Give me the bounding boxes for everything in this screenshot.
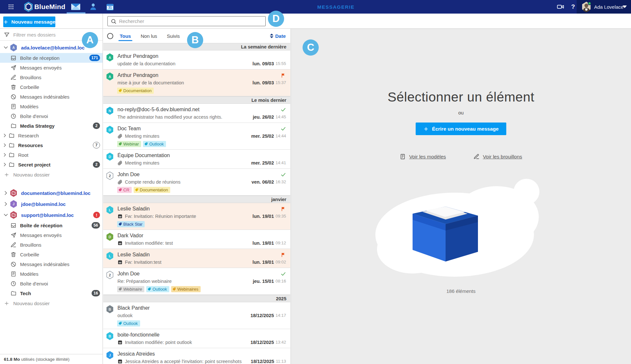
chevron-right-icon[interactable]: [3, 190, 9, 196]
message-sender: Dark Vador: [117, 233, 286, 239]
sidebar-account-jdoe[interactable]: Jjdoe@bluemind.loc: [0, 198, 103, 209]
message-subject: Jessica Atreides a accepté l'invitation:…: [125, 359, 248, 364]
sidebar-item-messages-envoy-s[interactable]: Messages envoyés: [0, 230, 103, 240]
message-subject: Invitation modifiée: test: [125, 241, 249, 246]
sidebar-item-research[interactable]: Research: [0, 131, 103, 140]
sidebar-account-documentation[interactable]: documentation@bluemind.loc: [0, 187, 103, 198]
chevron-down-icon[interactable]: [3, 44, 9, 51]
tab-non-lus[interactable]: Non lus: [140, 30, 158, 42]
message-row[interactable]: JJessica AtreidesJessica Atreides a acce…: [103, 348, 290, 364]
sidebar-item-mod-les[interactable]: Modèles: [0, 102, 103, 111]
message-row[interactable]: AArthur Pendragonupdate de la documentat…: [103, 50, 290, 70]
search-toolbar: [103, 14, 631, 28]
user-avatar[interactable]: [580, 0, 592, 14]
message-row[interactable]: DDark VadorInvitation modifiée: testlun.…: [103, 230, 290, 249]
sidebar-item-resources[interactable]: Resources7: [0, 140, 103, 150]
tab-tous[interactable]: Tous: [119, 30, 132, 42]
contacts-app-icon[interactable]: [87, 0, 100, 14]
account-label: jdoe@bluemind.loc: [21, 201, 100, 207]
sidebar-item-corbeille[interactable]: Corbeille: [0, 250, 103, 259]
user-menu-caret-icon[interactable]: [621, 0, 628, 14]
tab-suivis[interactable]: Suivis: [166, 30, 181, 42]
tag-chip[interactable]: Webinaires: [171, 286, 201, 292]
help-icon[interactable]: ?: [568, 0, 578, 14]
new-folder-button[interactable]: Nouveau dossier: [0, 169, 103, 180]
storage-indicator: 61.8 Mo utilisés (stockage illimité): [0, 354, 103, 364]
view-drafts-link[interactable]: Voir les brouillons: [473, 154, 522, 160]
sort-icon: [270, 34, 273, 38]
tag-chip[interactable]: Outlook: [117, 320, 140, 327]
folder-icon: [8, 152, 15, 158]
calendar-app-icon[interactable]: 31: [104, 0, 116, 14]
svg-text:2: 2: [109, 273, 111, 277]
chevron-right-icon[interactable]: [2, 162, 8, 167]
sidebar-item-bo-te-d-envoi[interactable]: Boîte d'envoi: [0, 279, 103, 288]
sidebar-item-brouillons[interactable]: Brouillons: [0, 240, 103, 250]
folder-label: Root: [18, 152, 100, 158]
sidebar-item-secret-project[interactable]: Secret project2: [0, 160, 103, 169]
tag-chip[interactable]: Black Star: [117, 221, 145, 227]
chevron-right-icon[interactable]: [2, 142, 8, 148]
message-row[interactable]: LLeslie SaladinFw: Invitation: Réunion i…: [103, 203, 290, 230]
message-row[interactable]: AArthur Pendragonmise à jour de la docum…: [103, 70, 290, 96]
compose-button[interactable]: Écrire un nouveau message: [415, 123, 506, 135]
tag-chip[interactable]: CR: [117, 187, 132, 193]
check-icon: [281, 271, 286, 277]
sidebar-item-messages-ind-sirables[interactable]: Messages indésirables: [0, 259, 103, 269]
bluemind-logo-icon[interactable]: [23, 0, 34, 14]
plus-icon: [4, 172, 9, 177]
chevron-right-icon[interactable]: [2, 133, 8, 138]
sort-button[interactable]: Date: [270, 33, 286, 39]
sidebar-item-bo-te-d-envoi[interactable]: Boîte d'envoi: [0, 111, 103, 121]
storage-detail: utilisés (stockage illimité): [21, 357, 70, 362]
message-row[interactable]: BBlack Pantheroutlook18/12/202514:17Outl…: [103, 302, 290, 329]
sidebar-item-messages-ind-sirables[interactable]: Messages indésirables: [0, 92, 103, 102]
folder-label: Brouillons: [20, 75, 100, 80]
tag-chip[interactable]: Webinaire: [117, 286, 144, 292]
sidebar-item-corbeille[interactable]: Corbeille: [0, 82, 103, 92]
sidebar-item-bo-te-de-r-ception[interactable]: Boîte de réception56: [0, 220, 103, 230]
message-row[interactable]: DDoc TeamMeeting minutesmer. 25/0214:44W…: [103, 123, 290, 150]
mail-app-icon[interactable]: [69, 0, 82, 14]
chevron-right-icon[interactable]: [2, 152, 8, 158]
message-row[interactable]: 2John DoeRe: Préparation webinairejeu. 1…: [103, 268, 290, 295]
sidebar-item-messages-envoy-s[interactable]: Messages envoyés: [0, 63, 103, 72]
chevron-down-icon[interactable]: [3, 212, 9, 218]
view-templates-link[interactable]: Voir les modèles: [400, 154, 446, 160]
paperclip-icon: [117, 160, 123, 166]
message-row[interactable]: Nno-reply@doc-5-6.dev.bluemind.netThe ad…: [103, 104, 290, 123]
inbox-icon: [10, 222, 17, 229]
tag-label: Black Star: [123, 222, 142, 227]
sidebar-item-bo-te-de-r-ception[interactable]: Boîte de réception171: [0, 53, 103, 63]
search-input[interactable]: [119, 18, 262, 24]
message-list: TousNon lusSuivis Date La semaine derniè…: [103, 29, 290, 364]
sidebar-item-mod-les[interactable]: Modèles: [0, 269, 103, 279]
tag-icon: [135, 188, 139, 192]
video-call-icon[interactable]: [554, 0, 567, 14]
tag-chip[interactable]: Outlook: [143, 141, 166, 147]
message-tags: Documentation: [117, 88, 286, 94]
message-row[interactable]: LLeslie SaladinFw: Invitation:testlun. 1…: [103, 249, 290, 268]
tag-chip[interactable]: Outlook: [146, 286, 169, 292]
trash-icon: [10, 84, 17, 90]
new-folder-button[interactable]: Nouveau dossier: [0, 298, 103, 308]
tag-chip[interactable]: Documentation: [117, 88, 154, 94]
app-grid-icon[interactable]: [5, 0, 17, 14]
user-name[interactable]: Ada Lovelace: [594, 0, 624, 14]
tag-chip[interactable]: Documentation: [134, 187, 170, 193]
message-row[interactable]: 2John DoeCompte rendu de réunionsven. 06…: [103, 169, 290, 196]
message-row[interactable]: DÉquipe DocumentationMeeting minutesmer.…: [103, 150, 290, 169]
select-all-checkbox[interactable]: [107, 33, 113, 39]
message-row[interactable]: Bboite-fonctionnelleInvitation modifiée:…: [103, 329, 290, 348]
message-date: ven. 06/02: [251, 179, 274, 185]
sidebar-account-support[interactable]: support@bluemind.loc!: [0, 209, 103, 220]
tag-chip[interactable]: Webinar: [117, 141, 141, 147]
tag-label: Outlook: [152, 287, 167, 292]
sidebar-item-tech[interactable]: Tech16: [0, 288, 103, 298]
sidebar-item-root[interactable]: Root: [0, 150, 103, 160]
search-box[interactable]: [107, 16, 266, 26]
sidebar-item-brouillons[interactable]: Brouillons: [0, 72, 103, 82]
chevron-right-icon[interactable]: [3, 201, 9, 207]
new-message-button[interactable]: Nouveau message: [3, 16, 55, 27]
sidebar-item-media-strategy[interactable]: Media Strategy2: [0, 121, 103, 131]
